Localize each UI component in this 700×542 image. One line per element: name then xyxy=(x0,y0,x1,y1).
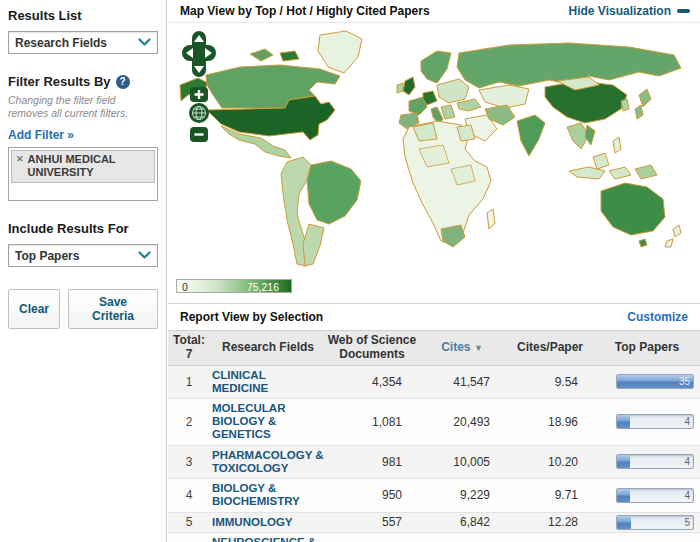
col-cites-per-paper: Cites/Paper xyxy=(506,341,594,355)
top-papers-bar: 4 xyxy=(616,454,694,469)
esi-app-window: Results List Research Fields Filter Resu… xyxy=(0,0,700,542)
col-cites-sortable[interactable]: Cites ▼ xyxy=(418,341,506,355)
row-rank: 1 xyxy=(168,375,210,389)
row-rank: 2 xyxy=(168,415,210,429)
hide-visualization-label: Hide Visualization xyxy=(569,4,671,18)
legend-max-value: 75,216 xyxy=(247,281,279,293)
table-header-row: Total:7 Research Fields Web of Science D… xyxy=(168,330,700,366)
top-papers-value: 4 xyxy=(684,456,690,467)
table-row: 2 MOLECULAR BIOLOGY & GENETICS 1,081 20,… xyxy=(168,399,700,446)
row-rank: 3 xyxy=(168,455,210,469)
active-filters-box: ✕ ANHUI MEDICAL UNIVERSITY xyxy=(8,147,158,201)
customize-link[interactable]: Customize xyxy=(627,310,688,324)
cites-value: 10,005 xyxy=(418,455,506,469)
include-results-value: Top Papers xyxy=(15,249,79,263)
top-papers-bar: 35 xyxy=(616,374,694,389)
col-research-fields: Research Fields xyxy=(210,341,326,355)
field-link[interactable]: CLINICAL MEDICINE xyxy=(210,366,326,398)
report-view-title: Report View by Selection xyxy=(180,310,323,324)
clear-button[interactable]: Clear xyxy=(8,289,60,329)
table-row: 3 PHARMACOLOGY & TOXICOLOGY 981 10,005 1… xyxy=(168,446,700,479)
docs-value: 950 xyxy=(326,488,418,502)
docs-value: 1,081 xyxy=(326,415,418,429)
top-papers-value: 35 xyxy=(679,376,690,387)
filter-results-by-label: Filter Results By xyxy=(8,74,111,89)
chevron-down-icon xyxy=(138,38,151,47)
remove-filter-icon[interactable]: ✕ xyxy=(16,154,24,165)
map-view-title: Map View by Top / Hot / Highly Cited Pap… xyxy=(180,4,430,18)
hide-visualization-link[interactable]: Hide Visualization xyxy=(569,4,690,18)
top-papers-value: 5 xyxy=(684,517,690,528)
top-papers-bar: 4 xyxy=(616,488,694,503)
include-results-dropdown[interactable]: Top Papers xyxy=(8,244,158,267)
filter-note: Changing the filter field removes all cu… xyxy=(8,94,158,120)
chevron-down-icon xyxy=(138,251,151,260)
map-color-legend: 0 75,216 xyxy=(176,279,292,293)
save-criteria-button[interactable]: Save Criteria xyxy=(68,289,158,329)
col-documents: Web of Science Documents xyxy=(326,334,418,362)
top-papers-value: 4 xyxy=(684,416,690,427)
filter-tag[interactable]: ✕ ANHUI MEDICAL UNIVERSITY xyxy=(11,150,155,182)
top-papers-bar: 4 xyxy=(616,414,694,429)
row-rank: 5 xyxy=(168,515,210,529)
results-list-label: Results List xyxy=(8,8,158,23)
help-icon[interactable]: ? xyxy=(116,75,130,89)
cites-per-paper-value: 18.96 xyxy=(506,415,594,429)
cites-per-paper-value: 9.71 xyxy=(506,488,594,502)
cites-value: 20,493 xyxy=(418,415,506,429)
docs-value: 981 xyxy=(326,455,418,469)
table-row: 1 CLINICAL MEDICINE 4,354 41,547 9.54 35 xyxy=(168,366,700,399)
field-link[interactable]: PHARMACOLOGY & TOXICOLOGY xyxy=(210,446,326,478)
sort-desc-icon: ▼ xyxy=(474,343,483,353)
table-row: 5 IMMUNOLOGY 557 6,842 12.28 5 xyxy=(168,513,700,533)
cites-per-paper-value: 12.28 xyxy=(506,515,594,529)
legend-min-value: 0 xyxy=(182,281,188,293)
cites-per-paper-value: 9.54 xyxy=(506,375,594,389)
filter-tag-label: ANHUI MEDICAL UNIVERSITY xyxy=(28,153,150,179)
row-rank: 4 xyxy=(168,488,210,502)
field-link[interactable]: IMMUNOLOGY xyxy=(210,513,326,532)
table-row: 6 NEUROSCIENCE & BEHAVIOR 605 6,610 10.9… xyxy=(168,533,700,542)
sidebar: Results List Research Fields Filter Resu… xyxy=(0,0,167,542)
add-filter-link[interactable]: Add Filter » xyxy=(8,128,74,142)
field-link[interactable]: MOLECULAR BIOLOGY & GENETICS xyxy=(210,399,326,445)
field-link[interactable]: NEUROSCIENCE & BEHAVIOR xyxy=(210,533,326,542)
include-results-label: Include Results For xyxy=(8,221,158,236)
col-top-papers: Top Papers xyxy=(594,341,700,355)
results-table: Total:7 Research Fields Web of Science D… xyxy=(168,330,700,542)
results-list-value: Research Fields xyxy=(15,36,107,50)
top-papers-bar: 5 xyxy=(616,515,694,530)
cites-per-paper-value: 10.20 xyxy=(506,455,594,469)
docs-value: 557 xyxy=(326,515,418,529)
top-papers-value: 4 xyxy=(684,490,690,501)
table-row: 4 BIOLOGY & BIOCHEMISTRY 950 9,229 9.71 … xyxy=(168,479,700,512)
cites-value: 41,547 xyxy=(418,375,506,389)
minus-icon xyxy=(677,9,690,13)
results-list-dropdown[interactable]: Research Fields xyxy=(8,31,158,54)
map-controls[interactable] xyxy=(180,31,220,159)
total-count: Total:7 xyxy=(168,334,210,362)
field-link[interactable]: BIOLOGY & BIOCHEMISTRY xyxy=(210,479,326,511)
cites-value: 9,229 xyxy=(418,488,506,502)
world-map-visualization[interactable] xyxy=(168,23,700,273)
docs-value: 4,354 xyxy=(326,375,418,389)
main-panel: Map View by Top / Hot / Highly Cited Pap… xyxy=(168,0,700,542)
choropleth-world-map xyxy=(168,23,700,273)
cites-value: 6,842 xyxy=(418,515,506,529)
